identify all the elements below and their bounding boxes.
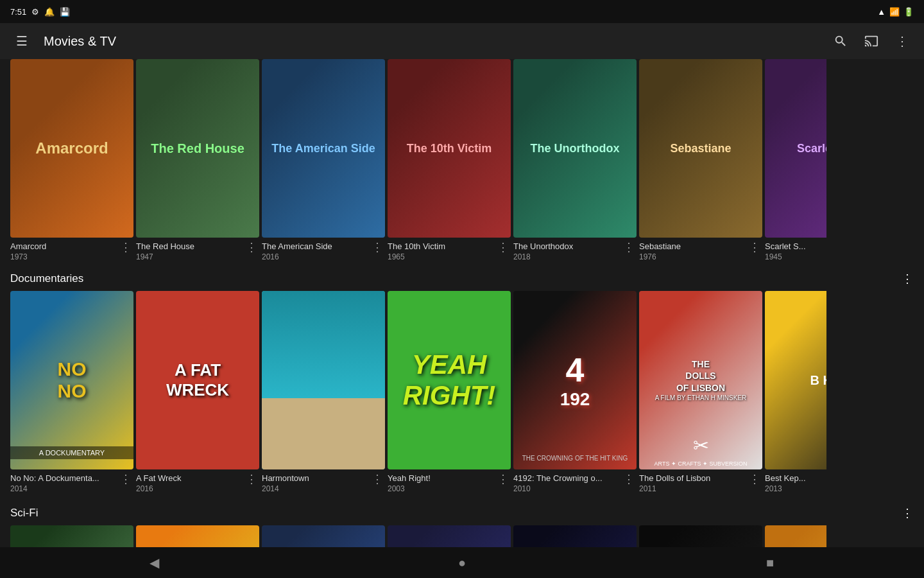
poster-odds: THE ODDSARE AGAINST US: [262, 525, 385, 547]
bottom-nav: ◀ ● ■: [0, 547, 924, 578]
movie-card-yeahright[interactable]: YEAHRIGHT! Yeah Right! 2003 ⋮: [388, 291, 511, 493]
wifi-icon: ▲: [877, 7, 886, 17]
movie-card-alien[interactable]: ALIENINCURSION: [10, 525, 133, 547]
notification-icon: 🔔: [44, 7, 55, 17]
movie-more-button[interactable]: ⋮: [119, 240, 133, 254]
movie-card-sebastiane[interactable]: Sebastiane Sebastiane 1976 ⋮: [639, 59, 762, 261]
poster-yeahright: YEAHRIGHT!: [388, 291, 511, 469]
movie-info-americanside: The American Side 2016 ⋮: [262, 238, 385, 261]
status-right: ▲ 📶 🔋: [877, 7, 914, 17]
movie-year: 2003: [388, 484, 496, 493]
poster-powerplecig: POWERPLECIG: [639, 525, 762, 547]
movie-title: Scarlet S...: [765, 241, 826, 251]
poster-americanside: The American Side: [262, 59, 385, 238]
poster-bestkept: B K...: [765, 291, 826, 469]
movie-year: 2013: [765, 484, 826, 493]
movie-card-across[interactable]: Across the Outhu...: [388, 525, 511, 547]
poster-stomp: STOMP!SHOUT!SCREAM!: [136, 525, 259, 547]
movie-title: The American Side: [262, 241, 364, 251]
movie-more-button[interactable]: ⋮: [370, 240, 385, 254]
documentaries-header: Documentaries ⋮: [0, 264, 924, 291]
poster-harmontown: HARMONTOWN: [262, 291, 385, 469]
movie-card-powerplecig[interactable]: POWERPLECIG: [639, 525, 762, 547]
signal-icon: 📶: [889, 7, 900, 17]
movie-title: The Dolls of Lisbon: [639, 473, 742, 483]
movie-more-button[interactable]: ⋮: [119, 472, 133, 486]
movie-card-fatwreck[interactable]: A FATWRECK A Fat Wreck 2016 ⋮: [136, 291, 259, 493]
movie-year: 1947: [136, 252, 244, 261]
documentaries-more-button[interactable]: ⋮: [902, 272, 914, 286]
movie-title: The 10th Victim: [388, 241, 490, 251]
scifi-section: Sci-Fi ⋮ ALIENINCURSION STOMP!SHOUT!SCRE…: [0, 498, 924, 547]
scifi-more-button[interactable]: ⋮: [902, 506, 914, 520]
movie-card-4192[interactable]: 4192 THE CROWNING OF THE HIT KING 4192: …: [513, 291, 637, 493]
app-bar-actions: ⋮: [829, 30, 914, 53]
movie-more-button[interactable]: ⋮: [622, 472, 637, 486]
movie-card-odds[interactable]: THE ODDSARE AGAINST US: [262, 525, 385, 547]
movie-card-amarcord[interactable]: Amarcord Amarcord 1973 ⋮: [10, 59, 133, 261]
movie-title: Amarcord: [10, 241, 113, 251]
movie-more-button[interactable]: ⋮: [496, 240, 511, 254]
movie-card-10thvictim[interactable]: The 10th Victim The 10th Victim 1965 ⋮: [388, 59, 511, 261]
sd-icon: 💾: [60, 7, 70, 17]
poster-4192: 4192 THE CROWNING OF THE HIT KING: [513, 291, 637, 469]
documentaries-label: Documentaries: [10, 272, 83, 285]
search-button[interactable]: [829, 30, 852, 53]
movie-more-button[interactable]: ⋮: [244, 240, 259, 254]
movie-more-button[interactable]: ⋮: [496, 472, 511, 486]
home-button[interactable]: ●: [443, 547, 481, 578]
movie-year: 2018: [513, 252, 622, 261]
battery-icon: 🔋: [903, 7, 914, 17]
poster-redhouse: The Red House: [136, 59, 259, 238]
scifi-row: ALIENINCURSION STOMP!SHOUT!SCREAM! THE O…: [0, 525, 924, 547]
movie-info-yeahright: Yeah Right! 2003 ⋮: [388, 469, 511, 493]
recent-apps-button[interactable]: ■: [751, 547, 789, 578]
menu-button[interactable]: ☰: [10, 30, 33, 53]
movie-title: Harmontown: [262, 473, 364, 483]
movie-year: 2014: [10, 484, 119, 493]
more-options-button[interactable]: ⋮: [891, 30, 914, 53]
movie-card-scarlet[interactable]: Scarlet S... Scarlet S... 1945: [765, 59, 826, 261]
poster-nono: NONO A DOCKUMENTARY: [10, 291, 133, 469]
app-bar: ☰ Movies & TV ⋮: [0, 23, 924, 59]
movie-info-redhouse: The Red House 1947 ⋮: [136, 238, 259, 261]
movie-title: Yeah Right!: [388, 473, 490, 483]
movie-card-redhouse[interactable]: The Red House The Red House 1947 ⋮: [136, 59, 259, 261]
movie-title: The Red House: [136, 241, 239, 251]
movie-info-harmontown: Harmontown 2014 ⋮: [262, 469, 385, 493]
movie-card-unorthodox[interactable]: The Unorthodox The Unorthodox 2018 ⋮: [513, 59, 637, 261]
movie-card-harmontown[interactable]: HARMONTOWN Harmontown 2014 ⋮: [262, 291, 385, 493]
scifi-label: Sci-Fi: [10, 507, 38, 520]
movie-more-button[interactable]: ⋮: [370, 472, 385, 486]
settings-icon: ⚙: [31, 7, 39, 17]
movie-more-button[interactable]: ⋮: [748, 240, 762, 254]
movie-title: No No: A Dockumenta...: [10, 473, 113, 483]
back-button[interactable]: ◀: [135, 547, 173, 578]
movie-card-stomp[interactable]: STOMP!SHOUT!SCREAM!: [136, 525, 259, 547]
poster-battle: Battle...: [513, 525, 637, 547]
cast-button[interactable]: [860, 30, 883, 53]
movie-year: 2016: [262, 252, 370, 261]
movie-info-amarcord: Amarcord 1973 ⋮: [10, 238, 133, 261]
movie-year: 1965: [388, 252, 496, 261]
movie-more-button[interactable]: ⋮: [748, 472, 762, 486]
poster-10thvictim: The 10th Victim: [388, 59, 511, 238]
poster-amarcord: Amarcord: [10, 59, 133, 238]
status-left: 7:51 ⚙ 🔔 💾: [10, 7, 70, 17]
movie-more-button[interactable]: ⋮: [622, 240, 637, 254]
movie-card-americanside[interactable]: The American Side The American Side 2016…: [262, 59, 385, 261]
movie-card-nono[interactable]: NONO A DOCKUMENTARY No No: A Dockumenta.…: [10, 291, 133, 493]
time-display: 7:51: [10, 7, 26, 17]
movie-card-cap[interactable]: CAP...: [765, 525, 826, 547]
poster-dolls: THEDOLLSOF LISBONA FILM BY ETHAN H MINSK…: [639, 291, 762, 469]
poster-scarlet: Scarlet S...: [765, 59, 826, 238]
main-content: Amarcord Amarcord 1973 ⋮ The Red House T…: [0, 59, 924, 547]
movie-year: 2016: [136, 484, 244, 493]
movie-card-dolls[interactable]: THEDOLLSOF LISBONA FILM BY ETHAN H MINSK…: [639, 291, 762, 493]
movie-year: 2014: [262, 484, 370, 493]
movie-info-dolls: The Dolls of Lisbon 2011 ⋮: [639, 469, 762, 493]
movie-more-button[interactable]: ⋮: [244, 472, 259, 486]
movie-card-battle[interactable]: Battle...: [513, 525, 637, 547]
poster-sebastiane: Sebastiane: [639, 59, 762, 238]
movie-card-bestkept[interactable]: B K... Best Kep... 2013: [765, 291, 826, 493]
